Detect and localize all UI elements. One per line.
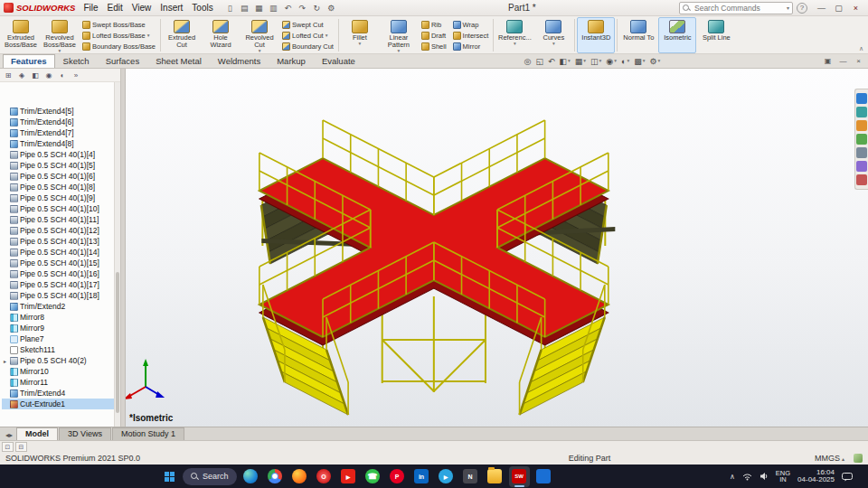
tree-scrollbar-thumb[interactable] bbox=[116, 272, 119, 413]
tree-item-trim-extend4-7[interactable]: Trim/Extend4[7] bbox=[2, 127, 120, 138]
ribbon-button-intersect[interactable]: Intersect bbox=[451, 30, 491, 41]
zoom-to-area-icon[interactable]: ◱ bbox=[533, 55, 545, 67]
close-window-icon[interactable]: × bbox=[852, 55, 865, 66]
menu-edit[interactable]: Edit bbox=[103, 3, 127, 13]
tree-scrollbar[interactable] bbox=[114, 82, 120, 427]
doc-tab-motion-study-1[interactable]: Motion Study 1 bbox=[112, 427, 184, 440]
tree-item-cut-extrude1[interactable]: Cut-Extrude1 bbox=[2, 399, 120, 409]
command-search[interactable]: ▾ bbox=[679, 2, 793, 14]
taskpane-design-library-icon[interactable] bbox=[856, 107, 867, 117]
dropdown-caret-icon[interactable]: ▾ bbox=[59, 49, 61, 53]
search-input[interactable] bbox=[693, 3, 784, 14]
ribbon-button-split-line[interactable]: Split Line bbox=[697, 17, 735, 53]
volume-icon[interactable] bbox=[760, 472, 769, 481]
overflow-icon[interactable]: » bbox=[70, 70, 82, 81]
tree-item-pipe-0-5-sch-40-1-6[interactable]: Pipe 0.5 SCH 40(1)[6] bbox=[2, 171, 120, 182]
tree-item-pipe-0-5-sch-40-1-15[interactable]: Pipe 0.5 SCH 40(1)[15] bbox=[2, 258, 120, 268]
maximize-button[interactable]: ▢ bbox=[830, 1, 847, 14]
featuremanager-tab-icon[interactable]: ⊞ bbox=[2, 70, 14, 81]
ribbon-button-revolved-boss-base[interactable]: Revolved Boss/Base▾ bbox=[41, 17, 79, 53]
taskbar-app-pinterest[interactable]: P bbox=[387, 466, 408, 487]
dropdown-caret-icon[interactable]: ▾ bbox=[259, 49, 261, 53]
tree-item-pipe-0-5-sch-40-1-16[interactable]: Pipe 0.5 SCH 40(1)[16] bbox=[2, 268, 120, 279]
dropdown-caret-icon[interactable]: ▾ bbox=[359, 42, 362, 46]
taskpane-file-explorer-icon[interactable] bbox=[856, 120, 867, 131]
tree-item-pipe-0-5-sch-40-1-8[interactable]: Pipe 0.5 SCH 40(1)[8] bbox=[2, 182, 120, 192]
taskbar-app-firefox[interactable] bbox=[289, 466, 310, 487]
tree-item-pipe-0-5-sch-40-1-12[interactable]: Pipe 0.5 SCH 40(1)[12] bbox=[2, 225, 120, 236]
taskbar-app-chrome[interactable] bbox=[265, 466, 286, 487]
hidden-icons-chevron[interactable]: ∧ bbox=[730, 473, 735, 481]
dropdown-caret-icon[interactable]: ▾ bbox=[552, 42, 555, 46]
tree-item-pipe-0-5-sch-40-2[interactable]: ▸Pipe 0.5 SCH 40(2) bbox=[2, 355, 120, 366]
taskpane-view-palette-icon[interactable] bbox=[856, 134, 867, 145]
ribbon-button-boundary-boss-base[interactable]: Boundary Boss/Base bbox=[80, 41, 157, 52]
options-icon[interactable]: ⚙ bbox=[325, 2, 338, 14]
ribbon-button-swept-cut[interactable]: Swept Cut bbox=[280, 19, 335, 30]
tab-evaluate[interactable]: Evaluate bbox=[314, 54, 363, 68]
ribbon-button-fillet[interactable]: Fillet▾ bbox=[341, 17, 379, 53]
quick-tips-icon[interactable]: ⊟ bbox=[15, 442, 27, 452]
taskbar-app-opera[interactable]: O bbox=[314, 466, 335, 487]
ribbon-button-normal-to[interactable]: Normal To bbox=[619, 17, 657, 53]
ribbon-button-wrap[interactable]: Wrap bbox=[451, 19, 491, 30]
ribbon-button-boundary-cut[interactable]: Boundary Cut bbox=[280, 41, 335, 52]
taskbar-app-photoshop[interactable] bbox=[533, 466, 554, 487]
graphics-area[interactable]: *Isometric bbox=[126, 69, 868, 427]
tab-surfaces[interactable]: Surfaces bbox=[98, 54, 148, 68]
taskbar-app-solidworks[interactable]: SW bbox=[509, 466, 530, 487]
redo-icon[interactable]: ↷ bbox=[296, 2, 309, 14]
tab-scroll-icons[interactable]: ◂▸ bbox=[2, 431, 16, 440]
ribbon-button-instant3d[interactable]: Instant3D bbox=[577, 17, 615, 53]
configurationmanager-tab-icon[interactable]: ◧ bbox=[29, 70, 42, 81]
ribbon-button-lofted-cut[interactable]: Lofted Cut▾ bbox=[280, 30, 335, 41]
menu-insert[interactable]: Insert bbox=[156, 3, 187, 13]
tree-item-trim-extend4-8[interactable]: Trim/Extend4[8] bbox=[2, 138, 120, 149]
taskbar-app-whatsapp[interactable]: ☎ bbox=[363, 466, 383, 487]
ribbon-button-mirror[interactable]: Mirror bbox=[451, 41, 491, 52]
minimize-window-icon[interactable]: — bbox=[836, 55, 850, 66]
rebuild-icon[interactable]: ↻ bbox=[310, 2, 324, 14]
dimxpert-tab-icon[interactable]: ◉ bbox=[42, 70, 55, 81]
ribbon-button-hole-wizard[interactable]: Hole Wizard bbox=[202, 17, 240, 53]
tree-item-mirror8[interactable]: Mirror8 bbox=[2, 312, 120, 323]
tree-item-pipe-0-5-sch-40-1-18[interactable]: Pipe 0.5 SCH 40(1)[18] bbox=[2, 290, 120, 301]
collapse-ribbon-icon[interactable]: ∧ bbox=[859, 45, 863, 52]
menu-view[interactable]: View bbox=[127, 3, 156, 13]
taskbar-app-notepad[interactable]: N bbox=[460, 466, 481, 487]
tree-item-sketch111[interactable]: Sketch111 bbox=[2, 344, 120, 355]
status-tag-icon[interactable] bbox=[854, 454, 863, 463]
print-icon[interactable]: ▥ bbox=[267, 2, 280, 14]
wifi-icon[interactable] bbox=[742, 473, 752, 481]
edit-appearance-icon[interactable]: ◐▾ bbox=[619, 55, 631, 67]
ribbon-button-referenc[interactable]: Referenc...▾ bbox=[495, 17, 533, 53]
tree-item-pipe-0-5-sch-40-1-9[interactable]: Pipe 0.5 SCH 40(1)[9] bbox=[2, 192, 120, 203]
notification-icon[interactable] bbox=[842, 472, 853, 482]
ribbon-button-shell[interactable]: Shell bbox=[420, 41, 448, 52]
section-view-icon[interactable]: ◧▾ bbox=[558, 55, 572, 67]
taskbar-app-edge[interactable] bbox=[241, 466, 261, 487]
zoom-fit-icon[interactable]: ◎ bbox=[523, 55, 533, 67]
ribbon-button-revolved-cut[interactable]: Revolved Cut▾ bbox=[241, 17, 278, 53]
tree-item-pipe-0-5-sch-40-1-11[interactable]: Pipe 0.5 SCH 40(1)[11] bbox=[2, 214, 120, 225]
tree-item-mirror10[interactable]: Mirror10 bbox=[2, 366, 120, 377]
tab-sketch[interactable]: Sketch bbox=[55, 54, 98, 68]
propertymanager-tab-icon[interactable]: ◈ bbox=[15, 70, 28, 81]
units-selector[interactable]: MMGS ▴ bbox=[815, 454, 844, 463]
tree-item-pipe-0-5-sch-40-1-14[interactable]: Pipe 0.5 SCH 40(1)[14] bbox=[2, 247, 120, 258]
view-settings-icon[interactable]: ⚙▾ bbox=[647, 55, 662, 67]
tab-sheet-metal[interactable]: Sheet Metal bbox=[147, 54, 210, 68]
ribbon-button-curves[interactable]: Curves▾ bbox=[534, 17, 572, 53]
ribbon-button-rib[interactable]: Rib bbox=[420, 19, 448, 30]
display-style-icon[interactable]: ◫▾ bbox=[589, 55, 603, 67]
ribbon-button-swept-boss-base[interactable]: Swept Boss/Base bbox=[80, 19, 157, 30]
taskbar-app-file-explorer[interactable] bbox=[485, 466, 505, 487]
tree-item-trim-extend4-5[interactable]: Trim/Extend4[5] bbox=[2, 106, 120, 117]
tile-windows-icon[interactable]: ▣ bbox=[821, 55, 835, 66]
ribbon-button-linear-pattern[interactable]: Linear Pattern▾ bbox=[380, 17, 418, 53]
tab-weldments[interactable]: Weldments bbox=[210, 54, 269, 68]
taskbar-search[interactable]: Search bbox=[183, 468, 237, 485]
tree-item-pipe-0-5-sch-40-1-4[interactable]: Pipe 0.5 SCH 40(1)[4] bbox=[2, 149, 120, 160]
view-orientation-icon[interactable]: ▦▾ bbox=[573, 55, 588, 67]
previous-view-icon[interactable]: ↶ bbox=[546, 55, 557, 67]
